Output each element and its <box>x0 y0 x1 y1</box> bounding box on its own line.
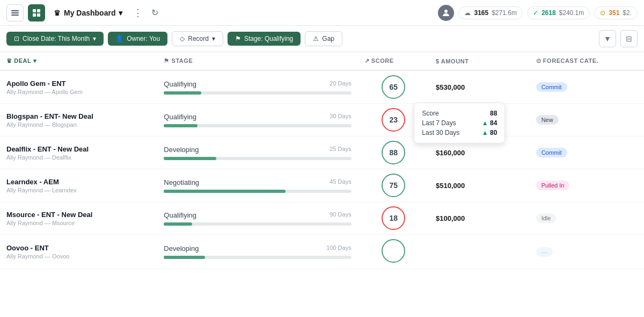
deal-sub: Ally Raymond — Learndex <box>6 187 151 193</box>
score-circle <box>382 239 405 263</box>
sort-icon[interactable]: ▾ <box>33 57 37 64</box>
stage-cell: Qualifiying 30 Days <box>157 104 357 136</box>
dashboard-title-text: My Dashboard <box>64 9 115 17</box>
check-icon: ✓ <box>533 9 538 17</box>
svg-rect-0 <box>11 10 19 11</box>
refresh-icon[interactable]: ↻ <box>149 5 160 20</box>
score-wrapper: 23 Score 88 Last 7 Days ▲ 84 Last 30 Day… <box>382 108 405 132</box>
col-amount-label: AMOUNT <box>441 58 469 64</box>
score-cell: 18 <box>358 202 429 235</box>
table-row[interactable]: Learndex - AEM Ally Raymond — Learndex N… <box>0 169 644 202</box>
nav-stats: ☁ 3165 $271.6m ✓ 2618 $240.1m ⊙ 351 $2. <box>438 5 638 21</box>
deal-name: Learndex - AEM <box>6 178 151 186</box>
top-nav: ♛ My Dashboard ▾ ⋮ ↻ ☁ 3165 $271.6m ✓ 26… <box>0 0 644 26</box>
progress-bar-fill <box>164 124 197 127</box>
score-tooltip: Score 88 Last 7 Days ▲ 84 Last 30 Days ▲… <box>414 103 505 143</box>
table-row[interactable]: Blogspan - ENT- New Deal Ally Raymond — … <box>0 104 644 136</box>
grid-view-button[interactable] <box>28 4 45 21</box>
deal-name: Oovoo - ENT <box>6 244 151 252</box>
col-forecast-label: FORECAST CATE. <box>543 57 598 64</box>
score-circle: 88 <box>382 141 405 164</box>
stage-name: Developing <box>164 146 199 154</box>
stage-cell: Developing 100 Days <box>157 235 357 269</box>
table-row[interactable]: Oovoo - ENT Ally Raymond — Oovoo Develop… <box>0 235 644 269</box>
deal-sub: Ally Raymond — Dealflix <box>6 154 151 161</box>
avatar <box>438 5 454 21</box>
score-cell: 65 <box>358 70 429 104</box>
deal-sub: Ally Raymond — Msource <box>6 220 151 226</box>
progress-bar-bg <box>164 124 351 127</box>
owner-label: Owner: You <box>127 35 160 42</box>
stage-days: 25 Days <box>330 146 351 152</box>
more-options-icon[interactable]: ⋮ <box>131 5 145 21</box>
score-cell: 23 Score 88 Last 7 Days ▲ 84 Last 30 Day… <box>358 104 429 136</box>
score-circle: 75 <box>382 174 405 197</box>
stat-pill-cloud: ☁ 3165 $271.6m <box>458 6 522 19</box>
stage-info: Negotiating 45 Days <box>164 178 351 186</box>
forecast-badge: Commit <box>536 82 567 92</box>
gap-filter-button[interactable]: ⚠ Gap <box>305 31 342 46</box>
forecast-cell: Pulled In <box>530 169 644 202</box>
stage-name: Developing <box>164 244 199 253</box>
svg-point-7 <box>444 10 448 13</box>
owner-filter-button[interactable]: 👤 Owner: You <box>108 32 167 46</box>
flag-icon: ⚑ <box>164 57 170 64</box>
calendar-icon: ⊡ <box>14 35 19 42</box>
filter-icon-button[interactable]: ▼ <box>599 30 616 47</box>
table-body: Apollo Gem - ENT Ally Raymond — Apollo G… <box>0 70 644 269</box>
stage-label: Stage: Qualifying <box>244 35 293 42</box>
forecast-badge: Pulled In <box>536 181 570 190</box>
stage-name: Qualifiying <box>164 80 196 88</box>
col-stage-label: STAGE <box>172 57 193 64</box>
layout-icon-button[interactable]: ⊟ <box>620 30 638 47</box>
progress-bar-bg <box>164 91 351 95</box>
tooltip-last7-label: Last 7 Days <box>422 119 456 127</box>
dashboard-title[interactable]: ♛ My Dashboard ▾ <box>49 6 127 19</box>
table-row[interactable]: Msource - ENT - New Deal Ally Raymond — … <box>0 202 644 235</box>
warning-icon: ⚠ <box>313 35 319 42</box>
close-date-filter-button[interactable]: ⊡ Close Date: This Month ▾ <box>6 32 104 46</box>
score-wrapper: 75 <box>382 174 405 197</box>
progress-bar-bg <box>164 157 351 160</box>
stage-cell: Negotiating 45 Days <box>157 169 357 202</box>
tooltip-last7-val: ▲ 84 <box>482 119 497 127</box>
amount-cell: $530,000 <box>429 70 530 104</box>
forecast-badge: Idle <box>536 213 557 223</box>
flag-icon: ⚑ <box>235 35 241 42</box>
sidebar-toggle-button[interactable] <box>6 4 24 21</box>
amount-cell <box>429 235 530 269</box>
filter-bar: ⊡ Close Date: This Month ▾ 👤 Owner: You … <box>0 26 644 52</box>
deal-cell: Oovoo - ENT Ally Raymond — Oovoo <box>0 235 157 269</box>
dollar-icon: $ <box>436 58 440 64</box>
svg-rect-4 <box>37 9 40 12</box>
stage-days: 100 Days <box>326 244 351 251</box>
deals-table: ♛ DEAL ▾ ⚑ STAGE ↗ SCORE $ AMOUNT ⊙ <box>0 52 644 269</box>
record-label: Record <box>188 35 209 42</box>
score-cell: 75 <box>358 169 429 202</box>
forecast-badge: Commit <box>536 148 567 157</box>
progress-bar-fill <box>164 157 216 160</box>
crown-icon: ♛ <box>6 57 12 64</box>
tooltip-last30-label: Last 30 Days <box>422 129 459 136</box>
chevron-down-icon: ▾ <box>93 35 96 42</box>
forecast-badge: New <box>536 115 559 125</box>
col-deal-label: DEAL <box>14 57 31 64</box>
chevron-down-icon: ▾ <box>119 9 122 17</box>
progress-bar-fill <box>164 222 192 226</box>
progress-bar-fill <box>164 256 205 259</box>
table-row[interactable]: Dealflix - ENT - New Deal Ally Raymond —… <box>0 136 644 169</box>
tooltip-last30-val: ▲ 80 <box>482 129 497 136</box>
record-filter-button[interactable]: ◇ Record ▾ <box>172 31 223 46</box>
stage-filter-button[interactable]: ⚑ Stage: Qualifying <box>228 32 301 46</box>
progress-bar-bg <box>164 256 351 259</box>
deal-sub: Ally Raymond — Blogspan <box>6 121 151 128</box>
score-circle: 18 <box>382 206 405 230</box>
stage-info: Qualifiying 30 Days <box>164 113 351 121</box>
chevron-down-icon: ▾ <box>212 35 215 42</box>
person-icon: 👤 <box>115 35 123 42</box>
col-stage-header: ⚑ STAGE <box>157 52 357 70</box>
tooltip-score-label: Score <box>422 110 438 117</box>
stage-cell: Qualifiying 90 Days <box>157 202 357 235</box>
table-row[interactable]: Apollo Gem - ENT Ally Raymond — Apollo G… <box>0 70 644 104</box>
col-amount-header: $ AMOUNT <box>429 52 530 70</box>
